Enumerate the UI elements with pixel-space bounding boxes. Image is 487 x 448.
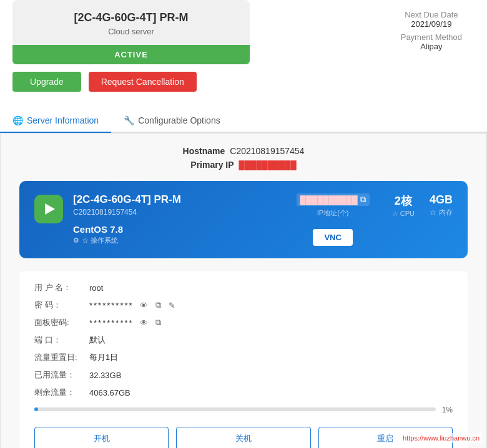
primary-ip-label: Primary IP [190,160,234,170]
play-icon-circle [34,195,63,223]
panel-password-label: 面板密码: [34,317,84,328]
cpu-spec: 2核 ☆ CPU [392,193,415,218]
hostname-value: C20210819157454 [230,146,304,156]
tab-server-info[interactable]: 🌐 Server Information [0,109,111,133]
content-area: Hostname C20210819157454 Primary IP ████… [0,133,487,448]
remain-traffic-value: 4063.67GB [89,388,130,397]
ram-spec: 4GB ☆ 内存 [430,193,453,218]
used-traffic-label: 已用流量： [34,369,84,381]
username-label: 用 户 名： [34,282,84,293]
play-icon [45,203,55,215]
upgrade-button[interactable]: Upgrade [12,72,81,92]
wrench-icon: 🔧 [124,115,134,125]
used-traffic-row: 已用流量： 32.33GB [34,369,453,381]
payment-method-value: Alipay [401,42,462,51]
watermark: https://www.liuzhanwu.cn [400,433,482,443]
server-card-header: [2C-4G-60G-4T] PR-M Cloud server [12,0,250,45]
edit-password-button[interactable]: ✎ [167,301,177,310]
cpu-count: 2核 [392,193,415,208]
copy-password-button[interactable]: ⧉ [154,300,162,310]
card-server-id: C20210819157454 [73,208,287,217]
username-value: root [89,283,103,293]
show-panel-password-button[interactable]: 👁 [139,318,149,328]
server-name: [2C-4G-60G-4T] PR-M [25,11,237,24]
port-value: 默认 [89,334,106,346]
ram-label: ☆ 内存 [430,208,453,217]
traffic-reset-label: 流量重置日: [34,352,84,363]
power-off-button[interactable]: 关机 [176,427,310,448]
next-due-value: 2021/09/19 [401,19,462,29]
server-type: Cloud server [25,27,237,36]
username-row: 用 户 名： root [34,282,453,293]
card-ip-value: ██████████ ⧉ [297,193,370,206]
blue-server-card: [2C-4G-60G-4T] PR-M C20210819157454 Cent… [19,181,468,258]
show-password-button[interactable]: 👁 [139,301,149,310]
port-row: 端 口： 默认 [34,334,453,346]
port-label: 端 口： [34,334,84,346]
gear-icon: ⚙ [73,236,79,245]
password-value: ********** [89,301,134,310]
panel-password-value: ********** [89,318,134,328]
progress-bar-track [34,407,436,411]
globe-icon: 🌐 [12,115,23,125]
card-ip-label: IP地址(个) [317,208,349,218]
card-server-info: [2C-4G-60G-4T] PR-M C20210819157454 Cent… [73,193,287,245]
progress-label: 1% [442,406,453,414]
ip-redacted: ██████████ [300,195,358,205]
copy-panel-password-button[interactable]: ⧉ [154,318,162,328]
remain-traffic-label: 剩余流量： [34,387,84,398]
card-server-name: [2C-4G-60G-4T] PR-M [73,193,287,206]
details-section: 用 户 名： root 密 码： ********** 👁 ⧉ ✎ 面板密码: … [19,271,468,448]
server-action-buttons: 开机 关机 重启 [34,427,453,448]
ram-amount: 4GB [430,193,453,207]
password-label: 密 码： [34,299,84,311]
vnc-button[interactable]: VNC [313,229,352,246]
password-row: 密 码： ********** 👁 ⧉ ✎ [34,299,453,311]
action-buttons-row: Upgrade Request Cancellation [12,64,475,99]
card-ip-section: ██████████ ⧉ IP地址(个) VNC [297,193,370,246]
status-badge: ACTIVE [12,45,250,64]
copy-icon[interactable]: ⧉ [360,195,366,205]
tabs-bar: 🌐 Server Information 🔧 Configurable Opti… [0,109,487,133]
traffic-reset-row: 流量重置日: 每月1日 [34,352,453,363]
power-on-button[interactable]: 开机 [34,427,169,448]
panel-password-row: 面板密码: ********** 👁 ⧉ [34,317,453,328]
remain-traffic-row: 剩余流量： 4063.67GB [34,387,453,398]
card-os-label: ⚙ ☆ 操作系统 [73,236,287,245]
used-traffic-value: 32.33GB [89,371,121,380]
payment-method-label: Payment Method [401,32,462,42]
progress-bar-fill [34,407,38,411]
tab-configurable-options[interactable]: 🔧 Configurable Options [111,109,233,133]
traffic-progress-container: 1% [34,404,453,414]
card-os: CentOS 7.8 [73,224,287,235]
hostname-row: Hostname C20210819157454 [19,146,468,156]
hostname-label: Hostname [183,146,225,156]
card-specs: 2核 ☆ CPU 4GB ☆ 内存 [392,193,453,218]
right-info-panel: Next Due Date 2021/09/19 Payment Method … [401,0,475,57]
cancel-button[interactable]: Request Cancellation [89,72,197,92]
next-due-label: Next Due Date [401,10,462,19]
cpu-label: ☆ CPU [392,210,415,218]
traffic-reset-value: 每月1日 [89,352,118,363]
primary-ip-row: Primary IP ██████████ [19,160,468,170]
primary-ip-value: ██████████ [239,160,297,170]
